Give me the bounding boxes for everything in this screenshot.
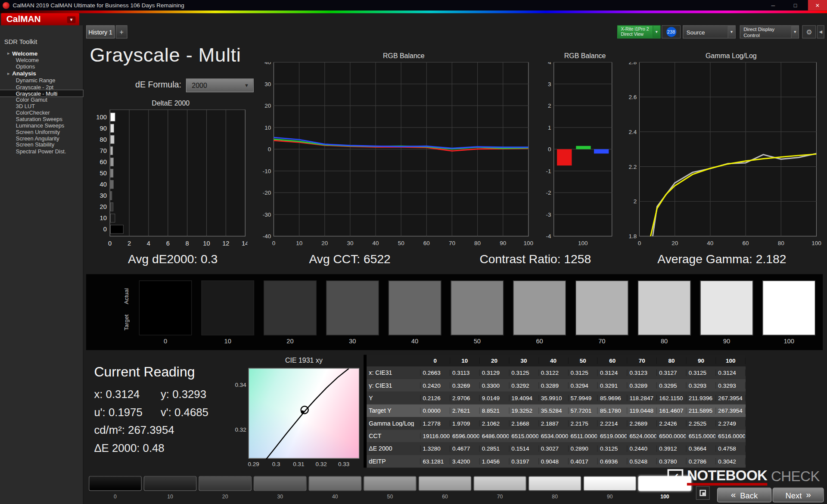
- cie-plot-area: [249, 368, 360, 459]
- next-button[interactable]: Next »: [773, 488, 824, 502]
- table-column-header: 50: [569, 358, 598, 364]
- patch-button-label: 10: [144, 494, 197, 499]
- table-cell: 2.2214: [598, 420, 628, 426]
- layout-button[interactable]: [696, 486, 710, 500]
- reading-y: y: 0.3293: [161, 388, 206, 401]
- table-cell: 0.3027: [539, 445, 569, 452]
- sidebar-item-saturation-sweeps[interactable]: Saturation Sweeps: [0, 116, 83, 122]
- next-button-label: Next: [786, 491, 802, 500]
- grayscale-swatch-100: [762, 280, 815, 335]
- minimize-button[interactable]: ─: [764, 0, 783, 10]
- svg-text:100: 100: [96, 114, 107, 121]
- actual-label: Actual: [123, 283, 131, 310]
- meter-dropdown[interactable]: X-Rite i1Pro 2 Direct View ▼: [617, 25, 661, 39]
- gear-icon[interactable]: ⚙: [802, 25, 816, 39]
- sidebar-item-screen-stability[interactable]: Screen Stability: [0, 142, 83, 148]
- table-cell: 63.1281: [421, 458, 451, 465]
- sidebar-item-grayscale-2pt[interactable]: Grayscale - 2pt: [0, 84, 83, 90]
- back-button[interactable]: « Back: [717, 488, 771, 502]
- table-cell: 6515.0000: [509, 433, 539, 439]
- sidebar-item-colorchecker[interactable]: ColorChecker: [0, 109, 83, 116]
- patch-button-80[interactable]: [529, 476, 581, 491]
- svg-text:80: 80: [778, 240, 784, 246]
- cie-ytick: 0.34: [233, 382, 246, 388]
- patch-button-0[interactable]: [89, 476, 142, 491]
- svg-text:0: 0: [268, 146, 271, 152]
- sidebar-item-3d-lut[interactable]: 3D LUT: [0, 103, 83, 109]
- table-cell: 9.0149: [480, 395, 510, 401]
- table-row-gamma-log-log: Gamma Log/Log1.27781.97092.10622.16682.1…: [367, 417, 746, 429]
- sidebar-section-analysis[interactable]: ▸Analysis: [0, 70, 83, 77]
- chevron-down-icon: ▼: [791, 26, 799, 38]
- sidebar-item-dynamic-range[interactable]: Dynamic Range: [0, 77, 83, 84]
- table-cell: 0.4017: [569, 458, 598, 465]
- maximize-button[interactable]: □: [786, 0, 805, 10]
- svg-text:-10: -10: [263, 168, 271, 174]
- patch-button-90[interactable]: [583, 476, 636, 491]
- patch-button-40[interactable]: [308, 476, 361, 491]
- patch-button-70[interactable]: [473, 476, 526, 491]
- cie-xtick: 0.31: [290, 461, 308, 467]
- add-tab-button[interactable]: +: [116, 25, 127, 39]
- stage: CalMAN 2019 CalMAN Ultimate for Business…: [0, 0, 827, 504]
- calman-logo-menu[interactable]: CalMAN ▼: [1, 13, 79, 26]
- patch-button-50[interactable]: [364, 476, 417, 491]
- table-column-header: 30: [509, 358, 539, 364]
- meter-count-button[interactable]: 238: [662, 25, 681, 39]
- avg-gamma-stat: Average Gamma: 2.182: [624, 252, 820, 266]
- source-dropdown[interactable]: Source ▼: [683, 25, 736, 39]
- chevron-down-icon: ▼: [67, 16, 76, 23]
- tab-history-1[interactable]: History 1: [86, 25, 115, 39]
- meter-name: X-Rite i1Pro 2: [621, 27, 653, 32]
- svg-text:10: 10: [203, 240, 210, 247]
- table-cell: 267.3954: [716, 395, 746, 401]
- svg-text:70: 70: [449, 240, 455, 246]
- table-cell: 0.5248: [628, 458, 657, 465]
- svg-text:2.4: 2.4: [629, 129, 637, 135]
- swatch-level-label: 60: [513, 337, 566, 345]
- de-formula-dropdown[interactable]: 2000 ▼: [186, 78, 254, 92]
- sidebar-item-screen-uniformity[interactable]: Screen Uniformity: [0, 129, 83, 135]
- sidebar-item-luminance-sweeps[interactable]: Luminance Sweeps: [0, 122, 83, 129]
- patch-button-60[interactable]: [419, 476, 472, 491]
- sidebar-item-spectral-power-dist[interactable]: Spectral Power Dist.: [0, 148, 83, 154]
- swatch-level-label: 70: [575, 337, 628, 345]
- sidebar-item-grayscale-multi[interactable]: Grayscale - Multi: [0, 90, 83, 96]
- swatch-level-label: 80: [638, 337, 691, 345]
- gamma-chart: Gamma Log/Log 2.82.62.42.221.80204060801…: [621, 52, 823, 251]
- collapse-panel-icon[interactable]: ◀: [817, 25, 824, 39]
- table-cell: 2.7621: [450, 408, 480, 414]
- table-cell: 0.3293: [687, 382, 716, 389]
- cie-ytick: 0.32: [233, 426, 246, 433]
- sidebar-item-options[interactable]: Options: [0, 63, 83, 70]
- toolkit-title: SDR Toolkit: [0, 25, 83, 50]
- patch-bar: 0102030405060708090100: [86, 476, 696, 502]
- patch-button-30[interactable]: [254, 476, 307, 491]
- table-cell: 162.1150: [657, 395, 687, 401]
- sidebar-item-screen-angularity[interactable]: Screen Angularity: [0, 135, 83, 142]
- table-column-header: 70: [628, 358, 657, 364]
- sidebar-item-color-gamut[interactable]: Color Gamut: [0, 96, 83, 103]
- display-control-dropdown[interactable]: Direct Display Control ▼: [740, 25, 799, 39]
- table-cell: 57.7201: [569, 408, 598, 414]
- table-column-header: 60: [598, 358, 628, 364]
- table-cell: 19.4094: [509, 395, 539, 401]
- chevron-right-icon: »: [806, 490, 811, 500]
- svg-text:2.8: 2.8: [629, 62, 637, 65]
- svg-text:60: 60: [423, 240, 430, 246]
- close-button[interactable]: ✕: [808, 0, 827, 10]
- sidebar-section-welcome[interactable]: ▸Welcome: [0, 50, 83, 57]
- rgbbar-svg: 43210-1-2-3-4100: [539, 62, 616, 249]
- sidebar-item-welcome[interactable]: Welcome: [0, 57, 83, 63]
- swatch-level-label: 10: [201, 337, 254, 345]
- svg-text:80: 80: [474, 240, 481, 246]
- patch-button-10[interactable]: [144, 476, 197, 491]
- sidebar-tree: ▸WelcomeWelcomeOptions▸AnalysisDynamic R…: [0, 50, 83, 154]
- table-cell: 0.3124: [716, 370, 746, 376]
- patch-button-20[interactable]: [199, 476, 252, 491]
- table-cell: 0.3125: [569, 370, 598, 376]
- avg-cct-stat: Avg CCT: 6522: [270, 252, 429, 266]
- table-cell: 0.3291: [598, 382, 628, 389]
- table-cell: 35.5284: [539, 408, 569, 414]
- svg-text:4: 4: [147, 240, 150, 247]
